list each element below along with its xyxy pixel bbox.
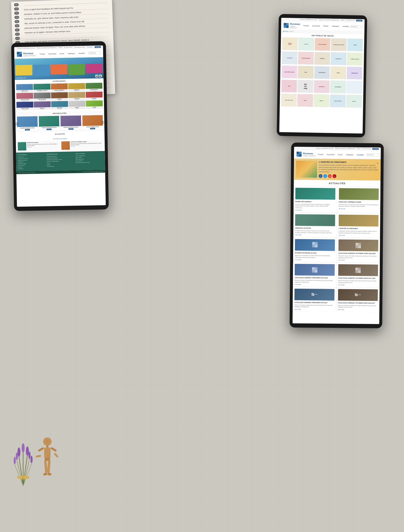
facebook-btn[interactable]: f [319, 174, 322, 178]
news-item[interactable]: CATALOGUE HARMONY PRINTEMPS ÉTÉ 2018 Déc… [293, 262, 336, 287]
cat-item[interactable]: TABLIER Tablier [51, 92, 68, 101]
press-cover-item[interactable]: GAZELLE [314, 52, 330, 65]
nav-actualites[interactable]: Actualités [356, 153, 365, 156]
press-cover-item[interactable]: ELLE [297, 94, 313, 107]
hero-prev-btn[interactable]: ◀ [95, 75, 98, 77]
footer-link[interactable]: TORCHON [18, 167, 46, 169]
press-cover-item[interactable]: MA MAISON [330, 81, 346, 93]
actualite-item[interactable]: ZOOM SUR L'IMPRIMÉ COLIBRI Harmony mise … [61, 140, 104, 151]
cat-item[interactable]: COUSSIN DÉCO Coussin déco [85, 82, 103, 91]
topbar-cta[interactable]: Accéder [94, 46, 101, 48]
press-cover-item[interactable]: mariefrance [314, 80, 330, 93]
cat-item[interactable]: ÉDREDON Édredon [68, 83, 85, 92]
cat-item[interactable]: COUVRE-LIT / PLAID Couvre lit / Plaid [33, 84, 51, 92]
breadcrumb-presse[interactable]: Presse [284, 31, 288, 32]
press-cover-item[interactable]: ELLE décoration [298, 52, 314, 64]
nav-presse[interactable]: Presse [323, 25, 329, 27]
press-cover-item[interactable]: madamefigaro [282, 38, 298, 50]
news-link[interactable]: Lire la suite [295, 284, 335, 285]
news-link[interactable]: Lire la suite [294, 309, 334, 310]
press-cover-item[interactable]: Campagne Décoration [331, 38, 346, 51]
news-link[interactable]: Lire la suite [295, 209, 335, 211]
news-item[interactable]: harmony CATALOGUE HARMONY PRINTEMPS ÉTÉ … [293, 287, 336, 312]
view-all-link[interactable]: Voir toutes les actualités » [53, 138, 68, 139]
news-item[interactable]: harmony CATALOGUE HARMONY AUTOMNE HIVER … [336, 287, 380, 312]
product-details-btn[interactable]: DÉTAILS [25, 129, 30, 130]
cat-item[interactable]: CABAS Cabas [68, 101, 85, 109]
product-details-btn[interactable]: DÉTAILS [46, 129, 52, 130]
nav-nouveautes[interactable]: Nouveautés [326, 153, 335, 156]
press-cover-item[interactable]: DomaideO [282, 51, 298, 64]
news-link[interactable]: Lire la suite [338, 259, 378, 261]
actualites-view-all[interactable]: Voir toutes les actualités » [17, 135, 103, 141]
nav-nouveautes[interactable]: Nouveautés [48, 52, 57, 55]
press-cover-item[interactable]: PROPRIÉTÉS [314, 66, 330, 79]
press-cover-item[interactable]: maison [346, 95, 362, 108]
cat-item[interactable]: TAISIE / FOURREAU Taisie/Fourreau [51, 83, 68, 92]
hero-next-btn[interactable]: ▶ [99, 74, 102, 77]
press-cover-item[interactable]: + Maison actuelle [347, 52, 363, 65]
carousel-next-btn[interactable]: › [101, 121, 105, 124]
search-input[interactable] [88, 51, 101, 55]
press-cover-item[interactable]: Inspirations [331, 52, 346, 65]
news-item[interactable]: ZOOM SUR L'IMPRIMÉ COLIBRI Harmony mise … [337, 186, 380, 213]
news-link[interactable]: Lire la suite [295, 234, 335, 236]
footer-link[interactable]: MES BONS DE RÉDUCTION [76, 161, 103, 163]
product-item[interactable]: TAISIE FOURREAU PATIA DÉTAILS [82, 115, 103, 130]
cat-item[interactable]: LINGE DE TABLE Linge de table [16, 93, 33, 101]
press-cover-item[interactable]: Oh!mymag [298, 80, 313, 93]
press-cover-item[interactable]: maison [298, 38, 314, 51]
news-link[interactable]: Lire la suite [295, 259, 335, 261]
cat-item[interactable]: PLAGE Plage [86, 100, 103, 109]
nav-presse[interactable]: Presse [59, 52, 65, 55]
nav-actualites[interactable]: Actualités [342, 25, 350, 28]
nav-produits[interactable]: Produits [303, 24, 310, 27]
news-item[interactable]: BONNE FÊTE MAMAN ! Le 26 mai, c'est la f… [293, 186, 337, 213]
topbar-cta[interactable]: Accéder [356, 20, 363, 22]
press-cover-item[interactable]: Côté Décoration [315, 38, 330, 51]
nav-actualites[interactable]: Actualités [78, 52, 86, 54]
footer-link[interactable]: PROMOTIONS [47, 165, 74, 167]
press-cover-item[interactable]: biba [281, 80, 297, 93]
google-btn[interactable]: g [328, 174, 332, 178]
cat-item[interactable]: RIDEAUX Rideaux [34, 101, 51, 110]
nav-presse[interactable]: Presse [337, 153, 343, 156]
news-item[interactable]: AMBIANCE OUTDOOR A l'approche du beau te… [293, 213, 337, 238]
product-details-btn[interactable]: DÉTAILS [90, 128, 95, 129]
actualite-link[interactable]: Lire la suite [27, 146, 59, 148]
press-cover-item[interactable] [346, 81, 362, 94]
press-cover-item[interactable]: Art& Décoration [281, 94, 297, 107]
nav-produits[interactable]: Produits [39, 53, 46, 55]
nav-catalogues[interactable]: Catalogues [331, 25, 340, 27]
news-link[interactable]: Lire la suite [338, 284, 378, 286]
press-cover-item[interactable]: TABLE [330, 66, 346, 79]
news-item[interactable]: CATALOGUE HARMONY AUTOMNE HIVER 2017-201… [336, 263, 380, 288]
breadcrumb-home[interactable]: ◀ [283, 31, 284, 32]
twitter-btn[interactable]: t [323, 174, 327, 178]
nav-nouveautes[interactable]: Nouveautés [311, 25, 321, 27]
product-details-btn[interactable]: DÉTAILS [68, 128, 73, 130]
topbar-login[interactable]: Connexion [87, 46, 93, 48]
search-input[interactable] [366, 153, 378, 156]
search-input[interactable] [350, 25, 362, 28]
nav-catalogues[interactable]: Catalogues [67, 52, 76, 55]
topbar-cta[interactable]: Accéder [372, 148, 379, 150]
news-item[interactable]: CATALOGUE HARMONY AUTOMNE HIVER 2018-201… [336, 238, 380, 263]
news-link[interactable]: Lire la suite [338, 309, 378, 311]
product-item[interactable]: HOUSSE D'ÉDREDON DÉLIÉ DÉTAILS [17, 116, 38, 131]
news-link[interactable]: Lire la suite [338, 234, 378, 236]
cat-item[interactable]: ÉPONGE Éponge [86, 91, 103, 100]
spring-close-btn[interactable]: × [377, 161, 378, 165]
press-cover-item[interactable]: MIDI [298, 66, 313, 79]
press-cover-item[interactable]: Journal Textile [330, 95, 346, 108]
cat-item[interactable]: TAPIS DE BAIN Tapis de bain [16, 101, 33, 110]
actualite-item[interactable]: BONNE FÊTE MAMAN ! Le 26 mai, c'est la f… [17, 141, 60, 151]
nav-produits[interactable]: Produits [317, 153, 324, 156]
news-item[interactable]: L'ARRIVÉE DU PRINTEMPS A l'approche du b… [337, 213, 380, 238]
cat-item[interactable]: LINGE DE LIT Linge de lit plaid [16, 84, 33, 93]
press-cover-item[interactable]: marie claire maison [281, 66, 297, 78]
press-cover-item[interactable]: TENDANCES [346, 67, 362, 79]
pinterest-btn[interactable]: p [332, 174, 336, 178]
actualite-link[interactable]: Lire la suite [71, 145, 103, 147]
cat-item[interactable]: TORCHON Torchon [68, 92, 85, 101]
